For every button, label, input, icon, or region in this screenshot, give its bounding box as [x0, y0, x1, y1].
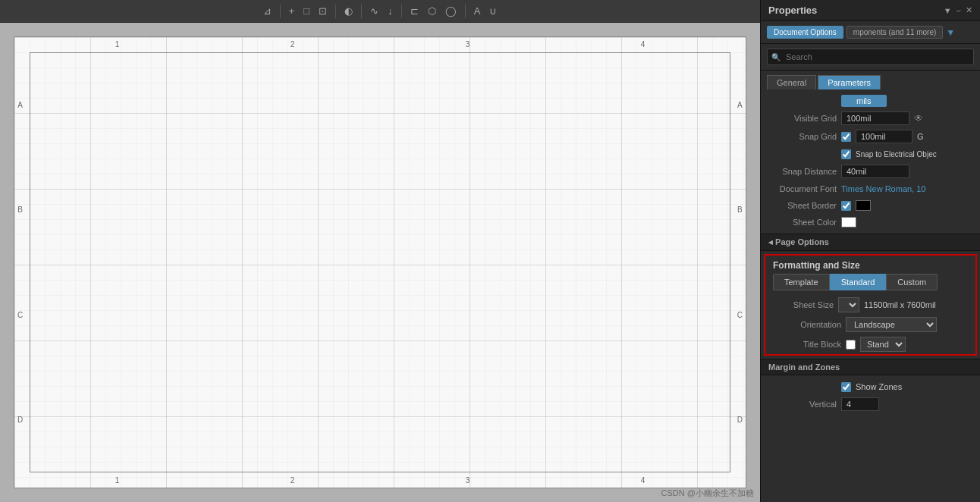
snap-distance-label: Snap Distance: [768, 167, 837, 176]
formatting-size-header: Formatting and Size: [765, 256, 975, 274]
tab-general[interactable]: General: [767, 75, 816, 89]
toolbar-rect-icon[interactable]: □: [300, 4, 313, 18]
coord-bottom-3: 3: [380, 476, 555, 485]
filter-dropdown-icon[interactable]: ▼: [946, 27, 955, 38]
visible-grid-label: Visible Grid: [768, 114, 837, 123]
coord-bottom-2: 2: [205, 476, 380, 485]
coord-bottom-1: 1: [30, 476, 205, 485]
toolbar-hex-icon[interactable]: ⬡: [425, 4, 439, 18]
toolbar-text-icon[interactable]: A: [471, 4, 484, 18]
coord-top-2: 2: [205, 40, 380, 49]
snap-grid-checkbox[interactable]: [841, 132, 851, 142]
toolbar-sep-5: [465, 5, 466, 18]
properties-section: mils Visible Grid 👁 Snap Grid G Snap to …: [761, 89, 980, 234]
document-font-value: Times New Roman, 10: [841, 184, 972, 193]
visible-grid-eye-icon[interactable]: 👁: [914, 113, 923, 124]
prop-row-document-font: Document Font Times New Roman, 10: [761, 180, 980, 197]
prop-row-visible-grid: Visible Grid 👁: [761, 109, 980, 127]
panel-controls: ▼ − ✕: [944, 5, 972, 15]
toolbar-sep-4: [401, 5, 402, 18]
snap-grid-input[interactable]: [856, 130, 912, 143]
coord-labels-top: 1 2 3 4: [30, 40, 730, 49]
sheet-size-value: 11500mil x 7600mil: [864, 300, 936, 309]
visible-grid-input[interactable]: [841, 111, 909, 125]
toolbar-bus-icon[interactable]: ⊏: [407, 4, 422, 18]
sheet-border-color-swatch[interactable]: [856, 200, 871, 211]
panel-minimize-btn[interactable]: −: [956, 6, 961, 15]
margin-zones-divider[interactable]: Margin and Zones: [761, 359, 980, 375]
mils-btn[interactable]: mils: [841, 95, 887, 107]
toolbar-add-icon[interactable]: +: [286, 4, 298, 18]
show-zones-label: Show Zones: [856, 382, 972, 391]
coord-labels-left: A B C D: [17, 52, 23, 472]
margin-section: Show Zones Vertical: [761, 375, 980, 416]
filter-tabs-bar: Document Options mponents (and 11 more) …: [761, 21, 980, 44]
coord-top-3: 3: [380, 40, 555, 49]
sheet-size-dropdown[interactable]: ▼: [838, 297, 859, 312]
page-options-divider[interactable]: ◂ Page Options: [761, 234, 980, 251]
panel-pin-btn[interactable]: ▼: [944, 6, 952, 15]
filter-tab-document-options[interactable]: Document Options: [767, 26, 843, 39]
title-block-checkbox[interactable]: [846, 340, 856, 350]
coord-bottom-4: 4: [555, 476, 730, 485]
toolbar-down-icon[interactable]: ↓: [385, 4, 396, 18]
coord-left-A: A: [17, 52, 23, 158]
schematic-container: 1 2 3 4 1 2 3 4 A B C D: [0, 23, 760, 502]
filter-tab-components[interactable]: mponents (and 11 more): [847, 26, 944, 39]
toolbar: ⊿ + □ ⊡ ◐ ∿ ↓ ⊏ ⬡ ◯ A ∪: [0, 0, 760, 23]
prop-row-show-zones: Show Zones: [761, 378, 980, 395]
show-zones-checkbox[interactable]: [841, 382, 851, 392]
vertical-input[interactable]: [841, 397, 879, 411]
snap-grid-shortcut: G: [917, 132, 972, 141]
toolbar-wave-icon[interactable]: ∿: [367, 4, 382, 18]
coord-left-B: B: [17, 158, 23, 263]
panel-close-btn[interactable]: ✕: [966, 5, 972, 15]
sheet-size-label: Sheet Size: [773, 300, 834, 309]
template-button[interactable]: Template: [773, 274, 830, 290]
vertical-label: Vertical: [768, 400, 837, 409]
panel-title: Properties: [768, 5, 817, 16]
prop-row-snap-electrical: Snap to Electrical Objec: [761, 146, 980, 162]
snap-electrical-checkbox[interactable]: [841, 149, 851, 159]
toolbar-sep-1: [280, 5, 281, 18]
orientation-select[interactable]: Landscape Portrait: [846, 317, 937, 332]
section-tabs: General Parameters: [761, 71, 980, 89]
prop-row-sheet-border: Sheet Border: [761, 197, 980, 214]
coord-right-C: C: [737, 262, 743, 368]
title-block-select[interactable]: Stand: [860, 337, 906, 352]
title-block-row: Title Block Stand: [765, 334, 975, 354]
sheet-border-checkbox[interactable]: [841, 201, 851, 211]
snap-grid-label: Snap Grid: [768, 132, 837, 141]
schematic-grid: 1 2 3 4 1 2 3 4 A B C D: [14, 37, 746, 488]
sheet-border-rect: [30, 52, 730, 472]
search-input[interactable]: [767, 49, 974, 65]
coord-right-D: D: [737, 368, 743, 473]
panel-header: Properties ▼ − ✕: [761, 0, 980, 21]
snap-distance-input[interactable]: [841, 165, 909, 178]
schematic-sheet: 1 2 3 4 1 2 3 4 A B C D: [14, 36, 746, 488]
custom-button[interactable]: Custom: [886, 274, 938, 290]
toolbar-power-icon[interactable]: ◐: [341, 4, 356, 18]
prop-row-snap-grid: Snap Grid G: [761, 127, 980, 146]
prop-row-snap-distance: Snap Distance: [761, 162, 980, 180]
coord-right-B: B: [737, 158, 743, 263]
toolbar-sep-3: [361, 5, 362, 18]
toolbar-dotted-rect-icon[interactable]: ⊡: [316, 4, 330, 18]
toolbar-arc-icon[interactable]: ∪: [486, 4, 500, 18]
snap-electrical-value: Snap to Electrical Objec: [856, 150, 972, 158]
orientation-label: Orientation: [773, 320, 841, 329]
search-container: [761, 44, 980, 71]
coord-top-4: 4: [555, 40, 730, 49]
sheet-size-row: Sheet Size ▼ 11500mil x 7600mil: [765, 295, 975, 315]
tab-parameters[interactable]: Parameters: [818, 75, 881, 89]
sheet-color-swatch[interactable]: [841, 217, 856, 227]
prop-row-sheet-color: Sheet Color: [761, 214, 980, 231]
toolbar-circle-icon[interactable]: ◯: [442, 4, 460, 18]
standard-button[interactable]: Standard: [830, 274, 887, 290]
coord-labels-bottom: 1 2 3 4: [30, 476, 730, 485]
toolbar-sep-2: [335, 5, 336, 18]
coord-top-1: 1: [30, 40, 205, 49]
document-font-label: Document Font: [768, 184, 837, 193]
sheet-color-label: Sheet Color: [768, 218, 837, 227]
toolbar-filter-icon[interactable]: ⊿: [260, 4, 275, 18]
